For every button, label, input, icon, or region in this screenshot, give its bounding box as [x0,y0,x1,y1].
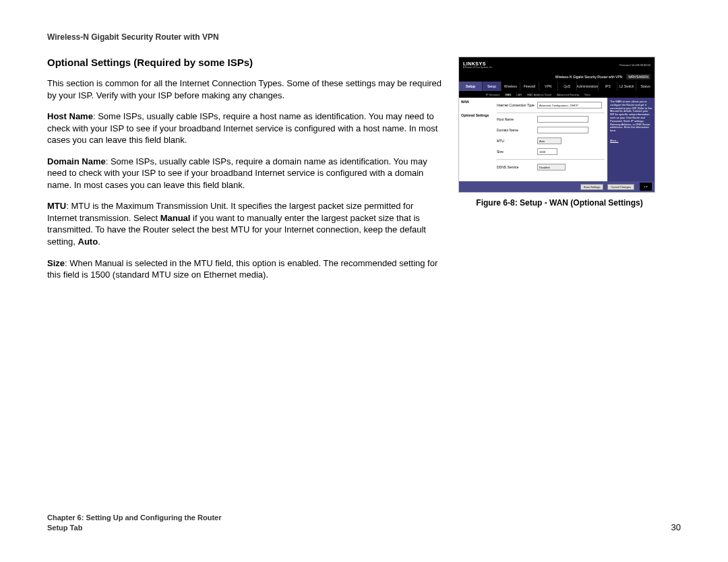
fig-side-opt: Optional Settings [461,114,492,118]
fig-ddns-label: DDNS Service [497,165,537,169]
fig-subtabs: IP Versions WAN LAN MAC Address Clone Ad… [459,91,655,98]
fig-mtu-label: MTU [497,139,537,143]
fig-save-button: Save Settings [580,184,604,190]
fig-host-input [537,116,588,123]
product-header: Wireless-N Gigabit Security Router with … [47,32,681,42]
main-text-column: Optional Settings (Required by some ISPs… [47,57,445,290]
size-paragraph: Size: When Manual is selected in the MTU… [47,257,445,281]
fig-tab-ips: IPS [598,82,617,91]
fig-side-tab: Setup [459,82,482,91]
fig-conn-value: Automatic Configuration - DHCP [537,102,602,108]
fig-tab-l2: L2 Switch [617,82,636,91]
fig-ddns-value: Disabled [537,164,566,170]
section-heading: Optional Settings (Required by some ISPs… [47,57,445,68]
fig-cisco-logo-icon: ▲▼ [640,183,652,191]
mtu-body-c: . [98,237,100,247]
fig-host-label: Host Name [497,117,537,121]
fig-help-panel: The WAN screen allows you to configure t… [607,98,655,192]
fig-firmware: Firmware Ver.03.00.00.04 [619,63,650,67]
hostname-paragraph: Host Name: Some ISPs, usually cable ISPs… [47,111,445,146]
mtu-manual: Manual [160,213,191,223]
mtu-paragraph: MTU: MTU is the Maximum Transmission Uni… [47,200,445,247]
fig-subtab-5: Time [584,93,590,96]
fig-bar2-title: Wireless-N Gigabit Security Router with … [555,75,622,79]
fig-tab-firewall: Firewall [520,82,539,91]
figure-screenshot: LINKSYS A Division of Cisco Systems, Inc… [458,57,655,193]
fig-tab-wireless: Wireless [501,82,520,91]
fig-conn-label: Internet Connection Type [497,103,537,107]
hostname-lead: Host Name [47,111,93,121]
footer-tab: Setup Tab [47,523,222,532]
size-body: : When Manual is selected in the MTU fie… [47,258,437,280]
fig-tab-vpn: VPN [539,82,557,91]
fig-cancel-button: Cancel Changes [607,184,634,190]
fig-domain-input [537,127,588,133]
mtu-lead: MTU [47,201,66,211]
fig-subtab-3: MAC Address Clone [527,93,551,96]
fig-tab-qos: QoS [557,82,576,91]
fig-help-text: The WAN screen allows you to configure t… [610,100,652,133]
fig-tab-status: Status [636,82,655,91]
fig-subtab-0: IP Versions [486,93,499,96]
fig-subtab-4: Advanced Routing [557,93,579,96]
page-number: 30 [671,522,681,532]
fig-tabs-row: Setup Setup Wireless Firewall VPN QoS Ad… [459,82,655,91]
domainname-paragraph: Domain Name: Some ISPs, usually cable IS… [47,156,445,191]
domainname-lead: Domain Name [47,156,106,166]
fig-mtu-value: Auto [537,137,562,144]
fig-tab-admin: Administration [576,82,599,91]
fig-size-value: 1500 [537,148,557,155]
fig-subtab-2: LAN [516,93,522,96]
fig-tab-setup: Setup [482,82,501,91]
footer-chapter: Chapter 6: Setting Up and Configuring th… [47,513,222,522]
fig-brand: LINKSYS [463,61,493,66]
figure-caption: Figure 6-8: Setup - WAN (Optional Settin… [458,198,661,208]
fig-side-wan: WAN [461,100,492,104]
fig-subtab-1: WAN [505,93,511,96]
fig-size-label: Size [497,150,537,154]
fig-domain-label: Domain Name [497,128,537,132]
size-lead: Size [47,258,65,268]
fig-subbrand: A Division of Cisco Systems, Inc. [463,66,493,69]
hostname-body: : Some ISPs, usually cable ISPs, require… [47,111,437,145]
intro-paragraph: This section is common for all the Inter… [47,77,445,101]
fig-bar2-model: WRVS4400N [626,74,650,80]
mtu-auto: Auto [78,237,98,247]
fig-help-more: More... [610,139,652,143]
